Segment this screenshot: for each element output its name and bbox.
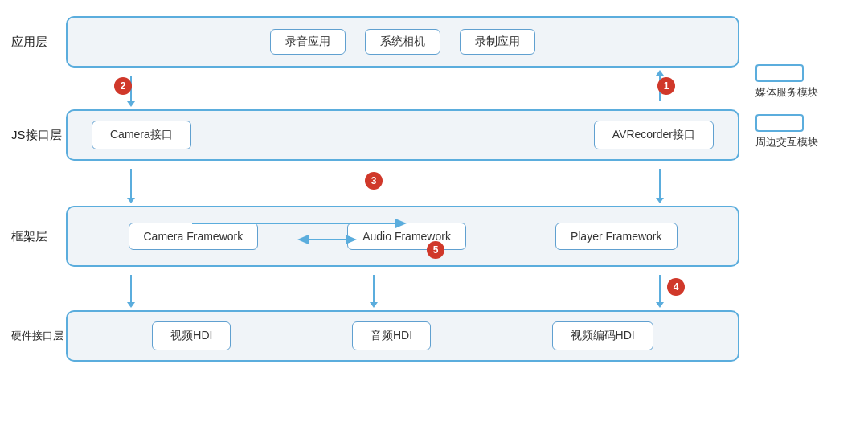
badge-4: 4 [667, 278, 685, 296]
framework-layer-content: Camera Framework Audio Framework Player … [66, 206, 739, 267]
spacer-app-js: 2 1 [8, 76, 739, 101]
framework-layer-label: 框架层 [8, 206, 66, 267]
app-layer-label: 应用层 [8, 16, 66, 68]
hw-box-video: 视频HDI [152, 321, 231, 350]
hw-box-audio: 音频HDI [352, 321, 431, 350]
badge-3: 3 [365, 172, 383, 190]
diagram: 应用层 录音应用 系统相机 录制应用 2 1 [8, 16, 739, 362]
framework-layer-row: 框架层 Camera Framework Audio Framework Pla… [8, 206, 739, 267]
js-layer-content: Camera接口 AVRecorder接口 [66, 109, 739, 161]
js-layer-label: JS接口层 [8, 109, 66, 161]
app-box-capture: 录制应用 [460, 29, 535, 55]
hw-layer-row: 硬件接口层 视频HDI 音频HDI 视频编码HDI [8, 310, 739, 362]
js-layer-row: JS接口层 Camera接口 AVRecorder接口 [8, 109, 739, 161]
hw-layer-label: 硬件接口层 [8, 310, 66, 362]
fw-box-camera: Camera Framework [129, 223, 259, 250]
app-box-recording: 录音应用 [270, 29, 346, 55]
legend-box-media [755, 64, 804, 82]
js-box-avrecorder: AVRecorder接口 [594, 121, 714, 149]
legend-label-peripheral: 周边交互模块 [755, 135, 860, 149]
app-layer-row: 应用层 录音应用 系统相机 录制应用 [8, 16, 739, 68]
legend-box-peripheral [755, 114, 804, 132]
badge-2: 2 [114, 77, 132, 95]
spacer-js-fw: 3 [8, 169, 739, 198]
app-layer-content: 录音应用 系统相机 录制应用 [66, 16, 739, 68]
legend-item-media: 媒体服务模块 [755, 64, 860, 100]
js-box-camera: Camera接口 [92, 121, 191, 149]
diagram-wrapper: 应用层 录音应用 系统相机 录制应用 2 1 [8, 16, 739, 362]
hw-layer-content: 视频HDI 音频HDI 视频编码HDI [66, 310, 739, 362]
badge-1: 1 [657, 77, 675, 95]
legend: 媒体服务模块 周边交互模块 [747, 16, 860, 149]
hw-box-videoenc: 视频编码HDI [552, 321, 653, 350]
badge-5: 5 [427, 241, 444, 259]
fw-box-player: Player Framework [555, 223, 678, 250]
fw-box-audio: Audio Framework [347, 223, 466, 250]
spacer-fw-hw: 4 [8, 275, 739, 302]
legend-label-media: 媒体服务模块 [755, 85, 860, 100]
main-container: 应用层 录音应用 系统相机 录制应用 2 1 [0, 0, 868, 434]
app-box-camera: 系统相机 [365, 29, 440, 55]
legend-item-peripheral: 周边交互模块 [755, 114, 860, 149]
